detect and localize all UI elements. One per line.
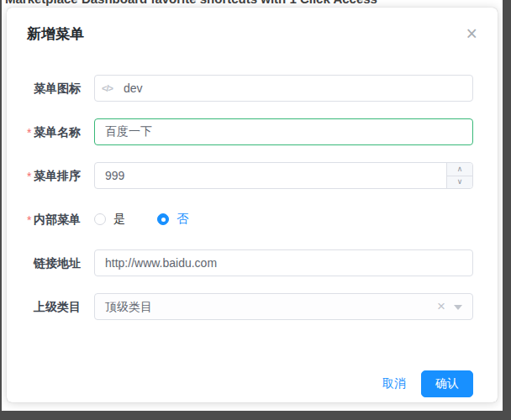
- add-menu-dialog: 新增菜单 × 菜单图标 </> * 菜单名称: [7, 8, 498, 402]
- menu-name-label: * 菜单名称: [27, 118, 87, 145]
- menu-sort-input[interactable]: [94, 162, 473, 189]
- radio-yes-label: 是: [113, 212, 125, 227]
- radio-option-no[interactable]: 否: [157, 212, 188, 227]
- required-asterisk: *: [27, 207, 31, 234]
- number-stepper: ∧ ∨: [446, 163, 472, 188]
- cancel-button[interactable]: 取消: [371, 370, 418, 397]
- background-page: Marketplace Dashboard favorite shortcuts…: [2, 0, 503, 411]
- stepper-up-icon[interactable]: ∧: [447, 163, 472, 176]
- dialog-title: 新增菜单: [27, 24, 477, 45]
- menu-name-input[interactable]: [94, 118, 473, 145]
- radio-selected-icon: [157, 213, 169, 225]
- close-icon[interactable]: ×: [466, 24, 477, 43]
- form-row-menu-icon: 菜单图标 </>: [27, 75, 473, 102]
- required-asterisk: *: [27, 163, 31, 190]
- link-url-label: 链接地址: [27, 249, 87, 276]
- clear-icon[interactable]: ×: [437, 301, 445, 312]
- form-row-link-url: 链接地址: [27, 249, 473, 276]
- link-url-input[interactable]: [94, 249, 473, 276]
- dialog-footer: 取消 确认: [7, 370, 498, 402]
- menu-icon-label: 菜单图标: [27, 75, 87, 102]
- chevron-down-icon[interactable]: [454, 305, 462, 310]
- radio-no-label: 否: [176, 212, 188, 227]
- stepper-down-icon[interactable]: ∨: [447, 176, 472, 189]
- form-row-menu-sort: * 菜单排序 ∧ ∨: [27, 162, 473, 189]
- parent-category-label: 上级类目: [27, 293, 87, 320]
- radio-unselected-icon: [94, 213, 106, 225]
- menu-sort-label: * 菜单排序: [27, 162, 87, 189]
- dialog-header: 新增菜单 ×: [7, 8, 498, 45]
- code-icon: </>: [102, 83, 113, 93]
- form-row-internal-menu: * 内部菜单 是 否: [27, 206, 473, 233]
- required-asterisk: *: [27, 119, 31, 146]
- internal-menu-label: * 内部菜单: [27, 206, 87, 233]
- parent-category-select[interactable]: 顶级类目: [94, 293, 473, 320]
- add-menu-form: 菜单图标 </> * 菜单名称 * 菜单排: [7, 45, 498, 337]
- form-row-menu-name: * 菜单名称: [27, 118, 473, 145]
- internal-menu-radio-group: 是 否: [94, 206, 473, 233]
- background-page-text: Marketplace Dashboard favorite shortcuts…: [5, 0, 377, 6]
- menu-icon-input[interactable]: [94, 75, 473, 102]
- form-row-parent-category: 上级类目 顶级类目 ×: [27, 293, 473, 320]
- radio-option-yes[interactable]: 是: [94, 212, 125, 227]
- confirm-button[interactable]: 确认: [421, 370, 473, 397]
